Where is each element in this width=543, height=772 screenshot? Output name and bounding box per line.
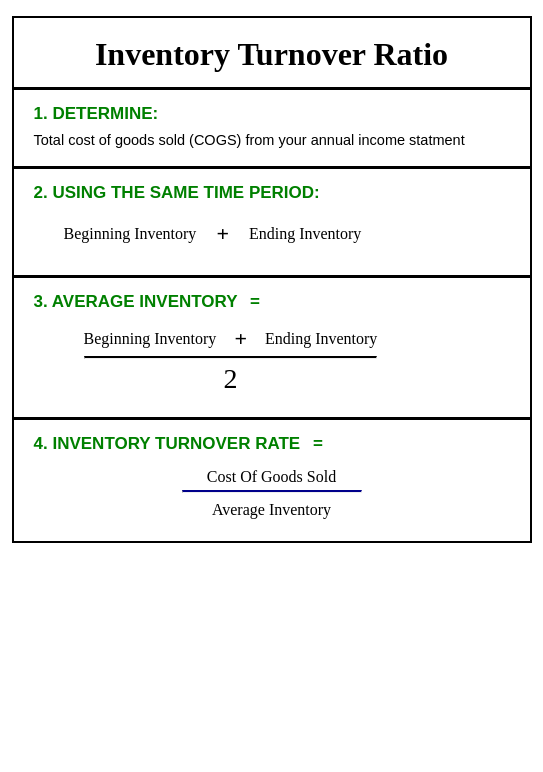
section-4: 4. INVENTORY TURNOVER RATE = Cost Of Goo… <box>14 420 530 541</box>
page-container: Inventory Turnover Ratio 1. DETERMINE: T… <box>12 16 532 543</box>
page-title: Inventory Turnover Ratio <box>24 36 520 73</box>
section-4-fraction: Cost Of Goods Sold Average Inventory <box>34 462 510 523</box>
rate-denominator: Average Inventory <box>212 493 331 519</box>
section-1-number: 1. <box>34 104 48 123</box>
section-3-title: 3. AVERAGE INVENTORY = <box>34 292 510 312</box>
page-header: Inventory Turnover Ratio <box>14 18 530 90</box>
section-2-title: 2. USING THE SAME TIME PERIOD: <box>34 183 510 203</box>
section-1: 1. DETERMINE: Total cost of goods sold (… <box>14 90 530 169</box>
plus-icon-3: + <box>234 326 247 352</box>
section-3-label: AVERAGE INVENTORY <box>52 292 237 311</box>
section-3: 3. AVERAGE INVENTORY = Beginning Invento… <box>14 278 530 420</box>
section-4-label: INVENTORY TURNOVER RATE <box>52 434 300 453</box>
section-3-number: 3. <box>34 292 48 311</box>
section-4-number: 4. <box>34 434 48 453</box>
section-4-title: 4. INVENTORY TURNOVER RATE = <box>34 434 510 454</box>
section-1-body: Total cost of goods sold (COGS) from you… <box>34 132 510 148</box>
beginning-inventory-label-2: Beginning Inventory <box>64 225 197 243</box>
turnover-rate-fraction: Cost Of Goods Sold Average Inventory <box>182 468 362 519</box>
section-1-label: DETERMINE: <box>52 104 158 123</box>
section-3-fraction: Beginning Inventory + Ending Inventory 2 <box>34 320 510 399</box>
rate-numerator: Cost Of Goods Sold <box>207 468 336 490</box>
section-1-title: 1. DETERMINE: <box>34 104 510 124</box>
beginning-inventory-label-3: Beginning Inventory <box>84 330 217 348</box>
section-3-equals: = <box>250 292 260 311</box>
fraction-numerator: Beginning Inventory + Ending Inventory <box>84 326 378 356</box>
fraction-denominator-3: 2 <box>84 359 378 395</box>
section-2-label: USING THE SAME TIME PERIOD: <box>52 183 319 202</box>
section-4-equals: = <box>313 434 323 453</box>
ending-inventory-label-2: Ending Inventory <box>249 225 361 243</box>
ending-inventory-label-3: Ending Inventory <box>265 330 377 348</box>
section-2-formula: Beginning Inventory + Ending Inventory <box>34 211 510 257</box>
average-inventory-fraction: Beginning Inventory + Ending Inventory 2 <box>84 326 378 395</box>
section-2-number: 2. <box>34 183 48 202</box>
section-2: 2. USING THE SAME TIME PERIOD: Beginning… <box>14 169 530 278</box>
plus-icon-2: + <box>216 221 229 247</box>
